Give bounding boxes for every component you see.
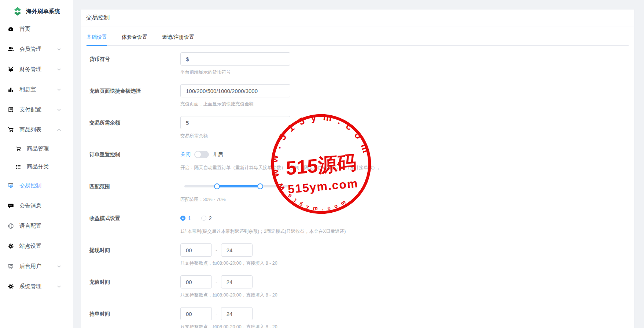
sidebar-item-label: 公告消息 — [19, 202, 41, 209]
tab-bar: 基础设置 体验金设置 邀请/注册设置 — [87, 32, 629, 46]
field-label: 匹配范围 — [89, 180, 180, 202]
form-row-quick-amounts: 充值页面快捷金额选择 充值页面，上面显示的快捷充值金额 — [89, 84, 634, 107]
sidebar-item-label: 商品管理 — [27, 145, 49, 152]
recharge-time-to-input[interactable] — [221, 275, 253, 288]
field-help: 只支持整数点，如08:00-20:00，直接填入 8 - 20 — [180, 260, 277, 266]
sidebar-item-system-manage[interactable]: 系统管理 — [0, 276, 73, 297]
field-label: 收益模式设置 — [89, 212, 180, 234]
slider-handle-max[interactable] — [257, 183, 263, 189]
withdraw-time-from-input[interactable] — [180, 243, 212, 257]
toggle-off-label: 关闭 — [180, 151, 191, 158]
sidebar-item-product-list[interactable]: 商品列表 — [0, 120, 73, 140]
order-reset-toggle[interactable] — [194, 151, 209, 158]
tab-basic-settings[interactable]: 基础设置 — [87, 32, 107, 45]
ledger-icon — [8, 107, 14, 113]
sidebar-item-announcements[interactable]: 公告消息 — [0, 196, 73, 216]
chevron-down-icon — [57, 47, 61, 52]
form-row-withdraw-time: 提现时间 - 只支持整数点，如08:00-20:00，直接填入 8 - 20 — [89, 243, 634, 266]
sidebar-item-label: 后台用户 — [19, 263, 41, 270]
sidebar: 海外刷单系统 首页 会员管理 财务管理 利息宝 支付配置 商品列表 — [0, 0, 73, 328]
sidebar-item-label: 支付配置 — [19, 106, 41, 113]
field-help: 只支持整数点，如08:00-20:00，直接填入 8 - 20 — [180, 324, 277, 328]
monitor-icon — [8, 183, 14, 189]
sidebar-item-label: 商品分类 — [27, 163, 49, 170]
chevron-down-icon — [57, 67, 61, 72]
page-title: 交易控制 — [81, 10, 634, 26]
sidebar-item-finance[interactable]: 财务管理 — [0, 59, 73, 79]
toggle-on-label: 开启 — [213, 151, 223, 158]
sidebar-item-product-category[interactable]: 商品分类 — [0, 158, 73, 176]
radio-mode-2[interactable] — [201, 216, 206, 221]
form-row-grab-order-time: 抢单时间 - 只支持整数点，如08:00-20:00，直接填入 8 - 20 — [89, 307, 634, 328]
field-help: 1连本带利(提交后连本带利返还到余额)；2固定模式(只返收益，本金在X日后返还) — [180, 228, 346, 234]
field-label: 订单重置控制 — [89, 148, 180, 171]
logo-icon — [12, 6, 23, 16]
form-row-recharge-time: 充值时间 - 只支持整数点，如08:00-20:00，直接填入 8 - 20 — [89, 275, 634, 298]
form-row-order-reset: 订单重置控制 关闭 开启 开启：隔天自动重置订单（重新计算每天接单次数），关闭：… — [89, 148, 634, 171]
required-balance-input[interactable] — [180, 116, 290, 129]
field-help: 充值页面，上面显示的快捷充值金额 — [180, 101, 290, 107]
withdraw-time-to-input[interactable] — [221, 243, 253, 257]
sidebar-menu: 首页 会员管理 财务管理 利息宝 支付配置 商品列表 — [0, 19, 73, 297]
dashboard-icon — [8, 26, 14, 32]
globe-icon — [8, 223, 14, 229]
slider-fill — [217, 185, 260, 187]
chevron-up-icon — [57, 128, 61, 132]
sidebar-item-label: 语言配置 — [19, 223, 41, 230]
field-label: 货币符号 — [89, 52, 180, 75]
chevron-down-icon — [57, 87, 61, 92]
grab-order-time-to-input[interactable] — [221, 307, 253, 320]
field-help: 平台前端显示的货币符号 — [180, 69, 290, 75]
users-icon — [8, 46, 14, 52]
field-help: 只支持整数点，如08:00-20:00，直接填入 8 - 20 — [180, 292, 277, 298]
radio-mode-2-label[interactable]: 2 — [209, 215, 212, 221]
form-row-profit-mode: 收益模式设置 1 2 1连本带利(提交后连本带利返还到余额)；2固定模式(只返收… — [89, 212, 634, 234]
form-row-currency-symbol: 货币符号 平台前端显示的货币符号 — [89, 52, 634, 75]
sidebar-item-trade-control[interactable]: 交易控制 — [0, 176, 73, 196]
bar-chart-icon — [8, 86, 14, 93]
gear-icon — [8, 243, 14, 249]
field-help: 交易所需余额 — [180, 133, 290, 139]
sidebar-item-label: 首页 — [19, 26, 30, 33]
grab-order-time-from-input[interactable] — [180, 307, 212, 320]
form-row-required-balance: 交易所需余额 交易所需余额 — [89, 116, 634, 139]
field-label: 提现时间 — [89, 243, 180, 266]
tab-trial-fund-settings[interactable]: 体验金设置 — [122, 32, 147, 45]
field-help: 匹配范围：30% - 70% — [180, 197, 293, 202]
recharge-time-from-input[interactable] — [180, 275, 212, 288]
sidebar-item-language-config[interactable]: 语言配置 — [0, 216, 73, 236]
field-help: 开启：隔天自动重置订单（重新计算每天接单次数），关闭：隔天不自动重置订单（累计接… — [180, 165, 382, 171]
radio-mode-1[interactable] — [180, 216, 185, 221]
match-range-slider[interactable] — [184, 180, 293, 193]
sidebar-item-payment-config[interactable]: 支付配置 — [0, 100, 73, 120]
chat-icon — [8, 203, 14, 209]
tab-invite-register-settings[interactable]: 邀请/注册设置 — [162, 32, 194, 45]
sidebar-item-product-manage[interactable]: 商品管理 — [0, 140, 73, 158]
board-icon — [8, 263, 14, 269]
sidebar-item-site-settings[interactable]: 站点设置 — [0, 236, 73, 256]
sidebar-item-members[interactable]: 会员管理 — [0, 39, 73, 59]
trade-control-card: 交易控制 基础设置 体验金设置 邀请/注册设置 货币符号 平台前端显示的货币符号… — [81, 9, 634, 328]
sidebar-item-interest[interactable]: 利息宝 — [0, 79, 73, 100]
currency-symbol-input[interactable] — [180, 52, 290, 66]
slider-handle-min[interactable] — [214, 183, 220, 189]
sidebar-item-admin-users[interactable]: 后台用户 — [0, 256, 73, 276]
quick-amounts-input[interactable] — [180, 84, 290, 97]
range-separator: - — [216, 311, 217, 317]
cart-icon — [8, 127, 14, 133]
radio-mode-1-label[interactable]: 1 — [188, 215, 191, 221]
field-label: 交易所需余额 — [89, 116, 180, 139]
yen-icon — [8, 66, 14, 72]
range-separator: - — [216, 247, 217, 253]
sidebar-item-label: 系统管理 — [19, 283, 41, 290]
sidebar-item-label: 站点设置 — [19, 243, 41, 250]
sidebar-item-label: 交易控制 — [19, 182, 41, 189]
form-row-match-range: 匹配范围 匹配范围：30% - 70% — [89, 180, 634, 202]
sidebar-item-home[interactable]: 首页 — [0, 19, 73, 39]
range-separator: - — [216, 279, 217, 285]
main-content: 交易控制 基础设置 体验金设置 邀请/注册设置 货币符号 平台前端显示的货币符号… — [73, 0, 644, 328]
chevron-down-icon — [57, 284, 61, 289]
chevron-down-icon — [57, 264, 61, 269]
app-logo: 海外刷单系统 — [0, 0, 73, 18]
list-icon — [15, 164, 21, 170]
